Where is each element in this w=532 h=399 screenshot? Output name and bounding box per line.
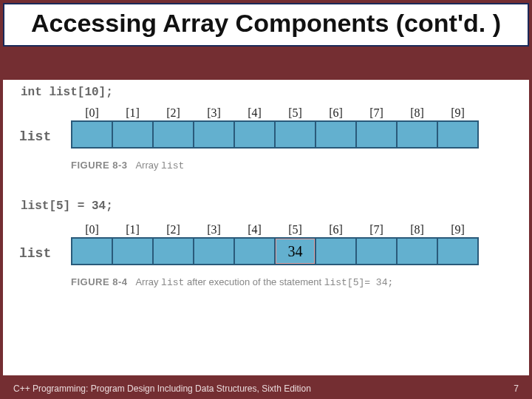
array-cell [356, 238, 397, 265]
figure-mono: list [161, 277, 184, 288]
array-cell [397, 121, 437, 148]
array-figure-1: [0] [1] [2] [3] [4] [5] [6] [7] [8] [9] [71, 105, 479, 149]
index-cell: [2] [153, 222, 194, 238]
figure-mono: list[5]= 34; [324, 277, 394, 288]
array-figure-2: [0] [1] [2] [3] [4] [5] [6] [7] [8] [9] … [71, 222, 479, 265]
array-cell [112, 238, 153, 265]
figure-text: Array [135, 276, 161, 287]
index-cell: [6] [316, 105, 356, 121]
array-cell [194, 238, 234, 265]
index-cell: [3] [194, 105, 234, 121]
index-cell: [4] [234, 105, 275, 121]
value-row: 34 [72, 238, 478, 265]
index-row: [0] [1] [2] [3] [4] [5] [6] [7] [8] [9] [72, 222, 478, 238]
figure-caption-1: FIGURE 8-3 Array list [71, 160, 184, 171]
index-cell: [3] [194, 222, 234, 238]
code-declaration-2: list[5] = 34; [21, 200, 113, 213]
footer: C++ Programming: Program Design Includin… [3, 378, 529, 399]
figure-number: FIGURE 8-4 [71, 276, 128, 287]
array-cell [437, 121, 478, 148]
array-cell [234, 121, 275, 148]
index-cell: [9] [437, 105, 478, 121]
title-band: Accessing Array Components (cont'd. ) [3, 3, 529, 47]
slide-title: Accessing Array Components (cont'd. ) [12, 9, 520, 38]
index-cell: [1] [112, 222, 153, 238]
array-cell [275, 121, 316, 148]
array-cell [72, 238, 112, 265]
index-cell: [1] [112, 105, 153, 121]
array-cell [153, 121, 194, 148]
index-cell: [8] [397, 222, 437, 238]
array-cell [316, 238, 356, 265]
index-cell: [0] [72, 105, 112, 121]
footer-text: C++ Programming: Program Design Includin… [13, 383, 311, 394]
index-cell: [7] [356, 222, 397, 238]
index-cell: [8] [397, 105, 437, 121]
value-row [72, 121, 478, 148]
array-label-2: list [19, 246, 51, 261]
array-cell [397, 238, 437, 265]
array-cell [112, 121, 153, 148]
index-cell: [7] [356, 105, 397, 121]
array-cell: 34 [275, 238, 316, 265]
array-cell [72, 121, 112, 148]
index-cell: [9] [437, 222, 478, 238]
figure-text: Array [135, 160, 161, 171]
index-cell: [2] [153, 105, 194, 121]
index-cell: [4] [234, 222, 275, 238]
index-cell: [6] [316, 222, 356, 238]
figure-caption-2: FIGURE 8-4 Array list after execution of… [71, 276, 393, 288]
figure-mono: list [161, 160, 184, 171]
index-row: [0] [1] [2] [3] [4] [5] [6] [7] [8] [9] [72, 105, 478, 121]
index-cell: [5] [275, 105, 316, 121]
array-cell [234, 238, 275, 265]
array-cell [153, 238, 194, 265]
array-cell [316, 121, 356, 148]
slide: Accessing Array Components (cont'd. ) in… [0, 0, 532, 399]
index-cell: [0] [72, 222, 112, 238]
index-cell: [5] [275, 222, 316, 238]
code-declaration-1: int list[10]; [21, 86, 113, 99]
array-label-1: list [19, 129, 51, 144]
figure-text: after execution of the statement [184, 276, 324, 287]
figure-number: FIGURE 8-3 [71, 160, 128, 171]
array-cell [437, 238, 478, 265]
array-cell [194, 121, 234, 148]
page-number: 7 [514, 383, 519, 394]
content-area: int list[10]; list [0] [1] [2] [3] [4] [… [3, 80, 529, 375]
array-cell [356, 121, 397, 148]
